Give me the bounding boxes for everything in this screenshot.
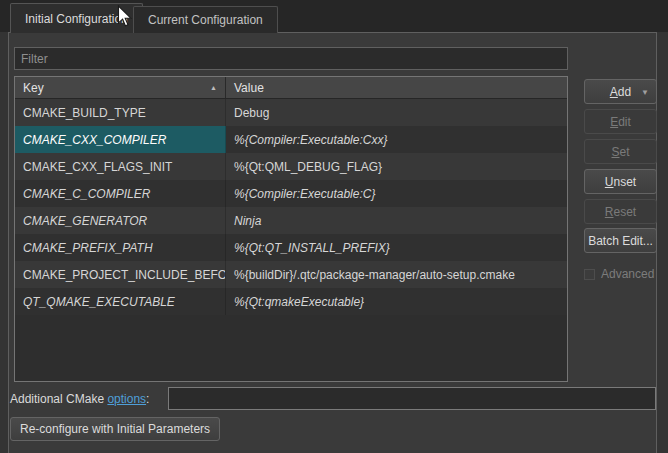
column-header-value-label: Value <box>234 81 264 95</box>
reconfigure-button-label: Re-configure with Initial Parameters <box>20 422 210 436</box>
column-header-value[interactable]: Value <box>226 77 567 98</box>
table-cell-key[interactable]: CMAKE_CXX_COMPILER <box>15 126 226 153</box>
table-cell-key[interactable]: CMAKE_CXX_FLAGS_INIT <box>15 153 226 180</box>
column-header-key[interactable]: Key ▲ <box>15 77 226 98</box>
set-button-label: Set <box>611 145 629 159</box>
table-cell-value[interactable]: Debug <box>226 99 567 126</box>
table-row[interactable]: CMAKE_C_COMPILER %{Compiler:Executable:C… <box>15 180 567 207</box>
table-cell-key[interactable]: CMAKE_PREFIX_PATH <box>15 234 226 261</box>
table-cell-key[interactable]: CMAKE_GENERATOR <box>15 207 226 234</box>
filter-input[interactable] <box>14 47 568 70</box>
advanced-checkbox[interactable]: Advanced <box>584 267 654 281</box>
table-row[interactable]: CMAKE_PROJECT_INCLUDE_BEFORE %{buildDir}… <box>15 261 567 288</box>
table-header: Key ▲ Value <box>15 77 567 99</box>
add-button[interactable]: Add ▼ <box>584 79 657 104</box>
table-row-selected[interactable]: CMAKE_CXX_COMPILER %{Compiler:Executable… <box>15 126 567 153</box>
table-cell-value[interactable]: %{Qt:QT_INSTALL_PREFIX} <box>226 234 567 261</box>
table-row[interactable]: CMAKE_PREFIX_PATH %{Qt:QT_INSTALL_PREFIX… <box>15 234 567 261</box>
table-cell-value[interactable]: %{Compiler:Executable:Cxx} <box>226 126 567 153</box>
tab-initial-configuration[interactable]: Initial Configuration <box>10 3 143 33</box>
advanced-checkbox-label: Advanced <box>601 267 654 281</box>
tab-current-configuration-label: Current Configuration <box>148 13 263 27</box>
table-row[interactable]: CMAKE_CXX_FLAGS_INIT %{Qt:QML_DEBUG_FLAG… <box>15 153 567 180</box>
additional-cmake-options-label: Additional CMake options: <box>10 392 149 406</box>
colon: : <box>146 392 149 406</box>
table-cell-key[interactable]: CMAKE_C_COMPILER <box>15 180 226 207</box>
table-cell-value[interactable]: Ninja <box>226 207 567 234</box>
add-button-label: Add <box>610 85 631 99</box>
table-row[interactable]: QT_QMAKE_EXECUTABLE %{Qt:qmakeExecutable… <box>15 288 567 315</box>
batch-edit-button-label: Batch Edit... <box>588 234 653 248</box>
edit-button-label: Edit <box>610 115 631 129</box>
reset-button[interactable]: Reset <box>584 199 657 224</box>
chevron-down-icon: ▼ <box>641 89 649 97</box>
batch-edit-button[interactable]: Batch Edit... <box>584 228 657 253</box>
tab-initial-configuration-label: Initial Configuration <box>25 12 128 26</box>
options-link[interactable]: options <box>107 392 146 406</box>
set-button[interactable]: Set <box>584 139 657 164</box>
table-row[interactable]: CMAKE_GENERATOR Ninja <box>15 207 567 234</box>
additional-prefix: Additional CMake <box>10 392 107 406</box>
table-cell-value[interactable]: %{Qt:QML_DEBUG_FLAG} <box>226 153 567 180</box>
sort-ascending-icon: ▲ <box>210 84 217 91</box>
table-row[interactable]: CMAKE_BUILD_TYPE Debug <box>15 99 567 126</box>
unset-button[interactable]: Unset <box>584 169 657 194</box>
edit-button[interactable]: Edit <box>584 109 657 134</box>
additional-cmake-options-input[interactable] <box>168 387 656 410</box>
table-cell-key[interactable]: QT_QMAKE_EXECUTABLE <box>15 288 226 315</box>
table-cell-key[interactable]: CMAKE_BUILD_TYPE <box>15 99 226 126</box>
table-cell-value[interactable]: %{Qt:qmakeExecutable} <box>226 288 567 315</box>
tab-current-configuration[interactable]: Current Configuration <box>133 6 278 33</box>
checkbox-icon <box>584 269 595 280</box>
reconfigure-button[interactable]: Re-configure with Initial Parameters <box>10 417 220 441</box>
reset-button-label: Reset <box>605 205 636 219</box>
cmake-variables-table: Key ▲ Value CMAKE_BUILD_TYPE Debug CMAKE… <box>14 76 568 382</box>
unset-button-label: Unset <box>605 175 636 189</box>
table-cell-key[interactable]: CMAKE_PROJECT_INCLUDE_BEFORE <box>15 261 226 288</box>
table-cell-value[interactable]: %{Compiler:Executable:C} <box>226 180 567 207</box>
table-cell-value[interactable]: %{buildDir}/.qtc/package-manager/auto-se… <box>226 261 567 288</box>
column-header-key-label: Key <box>23 81 44 95</box>
